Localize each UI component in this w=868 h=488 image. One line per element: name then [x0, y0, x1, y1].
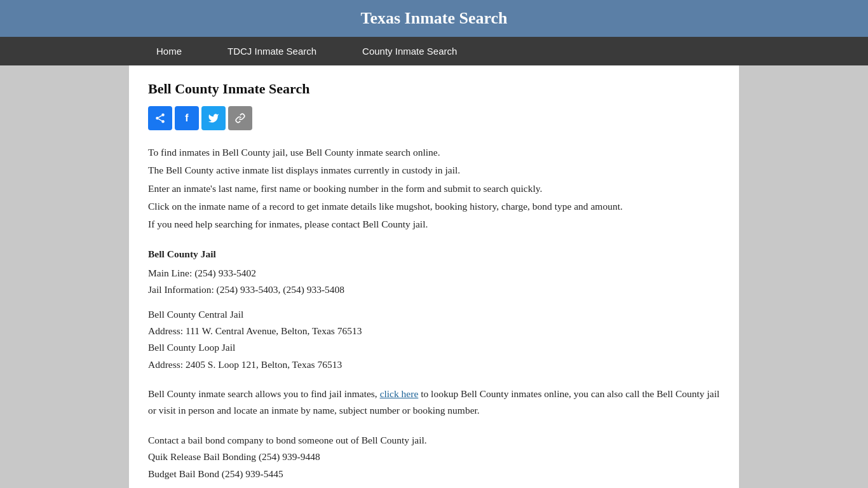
main-content: Bell County Inmate Search f: [129, 65, 739, 488]
link-paragraph: Bell County inmate search allows you to …: [148, 386, 720, 419]
copy-link-button[interactable]: [228, 106, 252, 130]
jail-heading: Bell County Jail: [148, 246, 720, 262]
bail-line-1: Contact a bail bond company to bond some…: [148, 432, 720, 449]
page-wrapper: Bell County Inmate Search f: [0, 65, 868, 488]
intro-line-1: To find inmates in Bell County jail, use…: [148, 144, 720, 161]
bail-line-3: Budget Bail Bond (254) 939-5445: [148, 466, 720, 482]
svg-point-1: [156, 117, 159, 120]
loop-jail-name: Bell County Loop Jail: [148, 339, 720, 356]
twitter-button[interactable]: [201, 106, 226, 130]
intro-line-5: If you need help searching for inmates, …: [148, 216, 720, 233]
svg-line-4: [158, 116, 161, 118]
central-jail-name: Bell County Central Jail: [148, 306, 720, 323]
jail-info-line: Jail Information: (254) 933-5403, (254) …: [148, 281, 720, 298]
nav-tdcj[interactable]: TDCJ Inmate Search: [205, 37, 339, 65]
intro-line-3: Enter an inmate's last name, first name …: [148, 180, 720, 197]
intro-line-4: Click on the inmate name of a record to …: [148, 198, 720, 215]
bail-info: Contact a bail bond company to bond some…: [148, 432, 720, 482]
jail-main-line: Main Line: (254) 933-5402: [148, 265, 720, 281]
central-jail-address: Address: 111 W. Central Avenue, Belton, …: [148, 323, 720, 339]
loop-jail-address: Address: 2405 S. Loop 121, Belton, Texas…: [148, 356, 720, 373]
intro-text: To find inmates in Bell County jail, use…: [148, 144, 720, 233]
bail-line-2: Quik Release Bail Bonding (254) 939-9448: [148, 449, 720, 465]
share-button[interactable]: [148, 106, 172, 130]
site-title: Texas Inmate Search: [360, 9, 507, 27]
click-here-link[interactable]: click here: [380, 388, 419, 399]
nav-county[interactable]: County Inmate Search: [339, 37, 480, 65]
facebook-button[interactable]: f: [175, 106, 199, 130]
svg-point-2: [161, 120, 165, 123]
svg-point-0: [161, 114, 165, 117]
main-nav: Home TDCJ Inmate Search County Inmate Se…: [0, 37, 868, 65]
nav-home[interactable]: Home: [133, 37, 205, 65]
svg-line-3: [158, 119, 161, 121]
jail-info: Bell County Jail Main Line: (254) 933-54…: [148, 246, 720, 373]
link-before: Bell County inmate search allows you to …: [148, 388, 377, 399]
page-heading: Bell County Inmate Search: [148, 81, 720, 97]
social-share: f: [148, 106, 720, 130]
intro-line-2: The Bell County active inmate list displ…: [148, 162, 720, 179]
site-header: Texas Inmate Search: [0, 0, 868, 37]
